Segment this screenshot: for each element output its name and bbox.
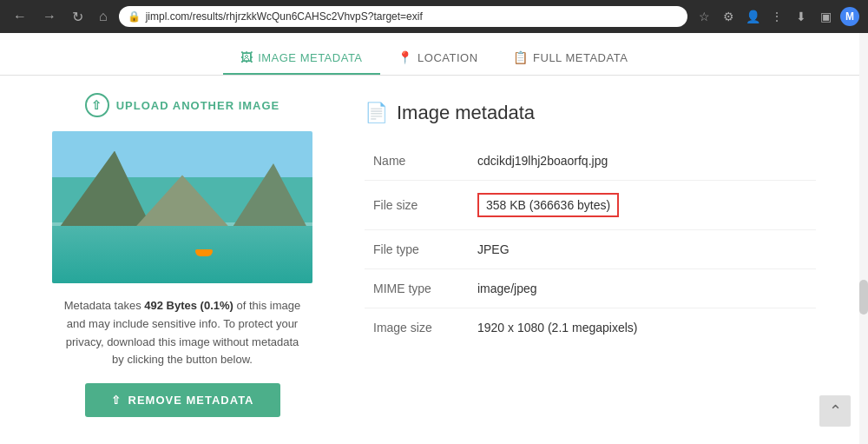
image-metadata-icon: 🖼: [240, 50, 253, 64]
more-icon[interactable]: ⋮: [767, 7, 786, 26]
metadata-title: 📄 Image metadata: [365, 102, 816, 124]
back-button[interactable]: ←: [9, 7, 31, 26]
row-value-mimetype: image/jpeg: [469, 269, 816, 308]
row-value-filetype: JPEG: [469, 230, 816, 269]
tab-full-metadata[interactable]: 📋 FULL METADATA: [496, 42, 646, 75]
left-panel: ⇧ UPLOAD ANOTHER IMAGE Metadata takes 49…: [52, 93, 312, 417]
row-label-filesize: File size: [365, 181, 469, 230]
main-layout: ⇧ UPLOAD ANOTHER IMAGE Metadata takes 49…: [0, 76, 868, 434]
metadata-note: Metadata takes 492 Bytes (0.1%) of this …: [61, 297, 304, 369]
table-row: MIME type image/jpeg: [365, 269, 816, 308]
extensions-icon[interactable]: ⚙: [719, 7, 738, 26]
remove-button-label: REMOVE METADATA: [128, 394, 254, 407]
location-icon: 📍: [398, 50, 413, 64]
address-bar[interactable]: 🔒 jimpl.com/results/rhjrzkkWcQun6CAHSc2V…: [119, 6, 687, 27]
row-label-name: Name: [365, 142, 469, 181]
home-button[interactable]: ⌂: [95, 7, 112, 26]
metadata-table: Name cdcikdj19lhj2boaorfq.jpg File size …: [365, 142, 816, 347]
tab-nav: 🖼 IMAGE METADATA 📍 LOCATION 📋 FULL METAD…: [0, 33, 868, 76]
scrollbar[interactable]: [859, 33, 868, 444]
profile-icon[interactable]: 👤: [743, 7, 762, 26]
metadata-title-icon: 📄: [365, 102, 388, 124]
full-metadata-icon: 📋: [513, 50, 529, 64]
tab-full-metadata-label: FULL METADATA: [533, 51, 628, 64]
tab-location[interactable]: 📍 LOCATION: [380, 42, 496, 75]
reload-button[interactable]: ↻: [68, 7, 88, 27]
table-row: File type JPEG: [365, 230, 816, 269]
metadata-bytes: 492 Bytes (0.1%): [144, 299, 233, 312]
filesize-highlighted: 358 KB (366636 bytes): [477, 193, 619, 217]
tab-image-metadata-label: IMAGE METADATA: [258, 51, 362, 64]
url-text: jimpl.com/results/rhjrzkkWcQun6CAHSc2Vhv…: [146, 10, 423, 23]
row-label-mimetype: MIME type: [365, 269, 469, 308]
upload-link-label: UPLOAD ANOTHER IMAGE: [116, 99, 280, 112]
lake: [52, 226, 312, 284]
row-value-imagesize: 1920 x 1080 (2.1 megapixels): [469, 308, 816, 348]
table-row: File size 358 KB (366636 bytes): [365, 181, 816, 230]
right-panel: 📄 Image metadata Name cdcikdj19lhj2boaor…: [365, 93, 816, 417]
tab-image-metadata[interactable]: 🖼 IMAGE METADATA: [223, 42, 380, 75]
lock-icon: 🔒: [128, 10, 141, 23]
browser-toolbar-icons: ☆ ⚙ 👤 ⋮ ⬇ ▣ M: [694, 7, 859, 26]
row-label-filetype: File type: [365, 230, 469, 269]
browser-chrome: ← → ↻ ⌂ 🔒 jimpl.com/results/rhjrzkkWcQun…: [0, 0, 868, 33]
table-row: Image size 1920 x 1080 (2.1 megapixels): [365, 308, 816, 348]
scroll-to-top-button[interactable]: ⌃: [819, 395, 851, 427]
upload-icon: ⇧: [85, 93, 109, 117]
upload-another-link[interactable]: ⇧ UPLOAD ANOTHER IMAGE: [85, 93, 280, 117]
download-icon[interactable]: ⬇: [792, 7, 811, 26]
metadata-title-text: Image metadata: [397, 102, 535, 124]
row-value-name: cdcikdj19lhj2boaorfq.jpg: [469, 142, 816, 181]
row-label-imagesize: Image size: [365, 308, 469, 348]
remove-icon: ⇧: [111, 394, 122, 407]
preview-image: [52, 131, 312, 283]
tab-location-label: LOCATION: [418, 51, 478, 64]
scrollbar-thumb[interactable]: [859, 280, 868, 315]
user-avatar[interactable]: M: [840, 7, 859, 26]
bookmark-icon[interactable]: ☆: [694, 7, 713, 26]
remove-metadata-button[interactable]: ⇧ REMOVE METADATA: [85, 383, 280, 417]
forward-button[interactable]: →: [38, 7, 61, 26]
row-value-filesize: 358 KB (366636 bytes): [469, 181, 816, 230]
page-content: 🖼 IMAGE METADATA 📍 LOCATION 📋 FULL METAD…: [0, 33, 868, 444]
split-icon[interactable]: ▣: [816, 7, 835, 26]
table-row: Name cdcikdj19lhj2boaorfq.jpg: [365, 142, 816, 181]
boat: [195, 249, 213, 256]
